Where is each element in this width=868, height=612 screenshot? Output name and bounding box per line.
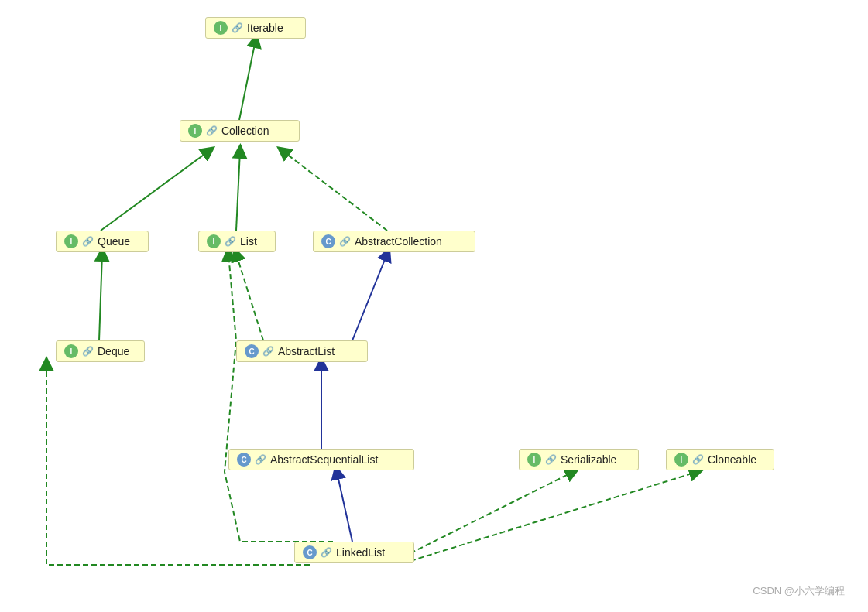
node-abstractcollection: C 🔗 AbstractCollection bbox=[313, 231, 475, 252]
impl-icon-list: 🔗 bbox=[225, 236, 236, 247]
badge-iterable: I bbox=[214, 21, 228, 35]
node-abstractsequentiallist: C 🔗 AbstractSequentialList bbox=[228, 449, 414, 470]
svg-line-13 bbox=[410, 472, 697, 561]
svg-line-6 bbox=[283, 151, 387, 231]
label-list: List bbox=[240, 235, 257, 248]
label-iterable: Iterable bbox=[247, 22, 283, 34]
svg-line-12 bbox=[403, 472, 573, 557]
node-queue: I 🔗 Queue bbox=[56, 231, 149, 252]
badge-cloneable: I bbox=[674, 453, 688, 467]
node-cloneable: I 🔗 Cloneable bbox=[666, 449, 774, 470]
label-deque: Deque bbox=[98, 345, 129, 357]
label-serializable: Serializable bbox=[561, 453, 616, 466]
badge-linkedlist: C bbox=[303, 545, 317, 559]
impl-icon-abstractsequentiallist: 🔗 bbox=[255, 454, 266, 465]
badge-abstractlist: C bbox=[245, 344, 259, 358]
badge-queue: I bbox=[64, 234, 78, 248]
diagram-container: I 🔗 Iterable I 🔗 Collection I 🔗 Queue I … bbox=[0, 0, 868, 612]
node-abstractlist: C 🔗 AbstractList bbox=[236, 340, 368, 362]
node-linkedlist: C 🔗 LinkedList bbox=[294, 542, 414, 563]
label-abstractsequentiallist: AbstractSequentialList bbox=[270, 453, 378, 466]
impl-icon-deque: 🔗 bbox=[82, 346, 94, 357]
node-serializable: I 🔗 Serializable bbox=[519, 449, 639, 470]
label-cloneable: Cloneable bbox=[708, 453, 756, 466]
svg-line-5 bbox=[236, 151, 240, 231]
label-collection: Collection bbox=[221, 125, 269, 137]
impl-icon-iterable: 🔗 bbox=[232, 22, 243, 33]
badge-list: I bbox=[207, 234, 221, 248]
arrows-svg bbox=[0, 0, 868, 612]
impl-icon-abstractlist: 🔗 bbox=[262, 346, 274, 357]
badge-abstractsequentiallist: C bbox=[237, 453, 251, 467]
svg-line-4 bbox=[101, 151, 209, 231]
watermark: CSDN @小六学编程 bbox=[753, 584, 845, 598]
label-abstractlist: AbstractList bbox=[278, 345, 335, 357]
svg-line-11 bbox=[337, 472, 352, 542]
svg-line-7 bbox=[99, 254, 102, 340]
label-abstractcollection: AbstractCollection bbox=[355, 235, 442, 248]
node-list: I 🔗 List bbox=[198, 231, 276, 252]
badge-serializable: I bbox=[527, 453, 541, 467]
svg-line-9 bbox=[352, 254, 387, 340]
badge-collection: I bbox=[188, 124, 202, 138]
impl-icon-queue: 🔗 bbox=[82, 236, 94, 247]
node-collection: I 🔗 Collection bbox=[180, 120, 300, 142]
node-iterable: I 🔗 Iterable bbox=[205, 17, 306, 39]
svg-line-3 bbox=[239, 40, 256, 120]
impl-icon-serializable: 🔗 bbox=[545, 454, 557, 465]
impl-icon-linkedlist: 🔗 bbox=[321, 547, 332, 558]
label-queue: Queue bbox=[98, 235, 130, 248]
impl-icon-abstractcollection: 🔗 bbox=[339, 236, 351, 247]
badge-deque: I bbox=[64, 344, 78, 358]
impl-icon-cloneable: 🔗 bbox=[692, 454, 704, 465]
svg-line-8 bbox=[236, 254, 263, 340]
badge-abstractcollection: C bbox=[321, 234, 335, 248]
impl-icon-collection: 🔗 bbox=[206, 125, 218, 136]
label-linkedlist: LinkedList bbox=[336, 546, 385, 559]
node-deque: I 🔗 Deque bbox=[56, 340, 145, 362]
